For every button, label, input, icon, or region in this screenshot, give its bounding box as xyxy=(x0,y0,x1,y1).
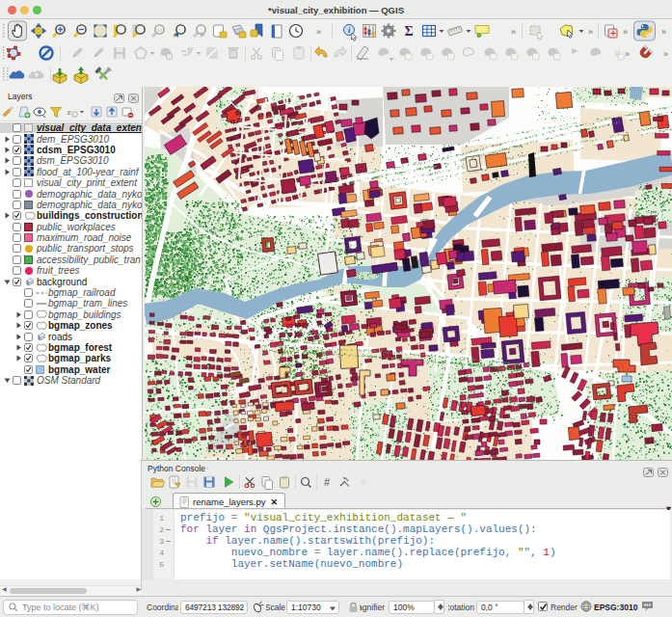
svg-text:»: » xyxy=(623,27,628,37)
svg-text:Σ: Σ xyxy=(404,24,413,39)
svg-text:»: » xyxy=(588,27,593,37)
svg-text:»: » xyxy=(625,49,630,59)
svg-text:»: » xyxy=(511,27,516,37)
svg-text:»: » xyxy=(663,49,668,59)
svg-text:≡: ≡ xyxy=(362,478,366,487)
svg-text:»: » xyxy=(661,27,666,37)
svg-text:ε: ε xyxy=(67,107,71,117)
svg-text:1:1: 1:1 xyxy=(157,28,163,33)
svg-text:#: # xyxy=(324,476,331,488)
svg-text:»: » xyxy=(316,27,321,37)
